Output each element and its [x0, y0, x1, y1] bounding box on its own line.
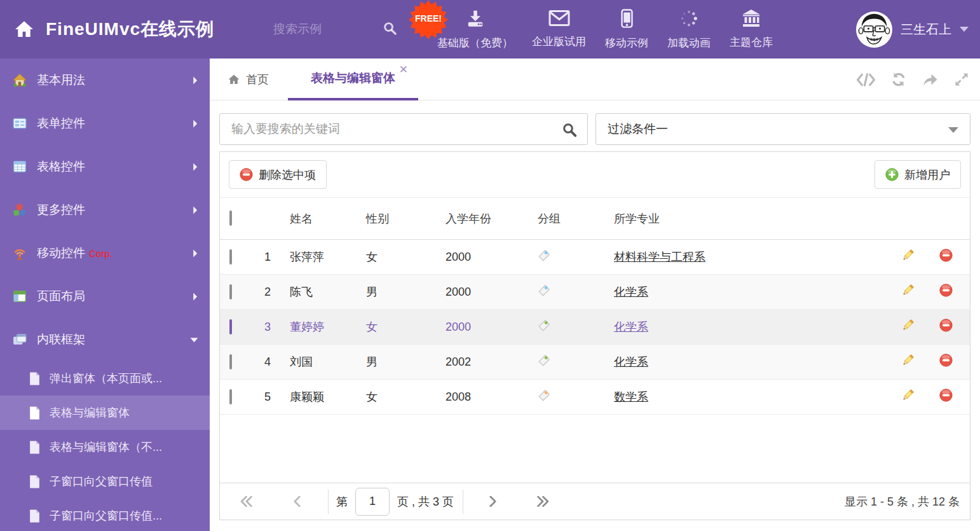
grid-toolbar: 删除选中项 新增用户	[220, 152, 970, 198]
sidebar-group-page-layout[interactable]: 页面布局	[0, 275, 210, 318]
tab-close-icon[interactable]: ✕	[399, 64, 408, 75]
sidebar-item-grid-edit-window[interactable]: 表格与编辑窗体	[0, 396, 210, 430]
gender-cell: 男	[357, 284, 436, 300]
row-checkbox[interactable]	[229, 389, 232, 404]
header-search-icon[interactable]	[383, 21, 397, 38]
row-checkbox[interactable]	[229, 354, 232, 369]
filter-select[interactable]: 过滤条件一	[595, 113, 970, 145]
chevron-right-icon	[193, 249, 198, 258]
share-icon[interactable]	[922, 72, 939, 89]
tab-home[interactable]: 首页	[228, 59, 269, 100]
delete-row-icon[interactable]	[939, 389, 953, 405]
nav-loading-animation[interactable]: 加载动画	[667, 9, 711, 50]
edit-icon[interactable]	[901, 319, 915, 335]
sidebar-item-child-to-parent[interactable]: 子窗口向父窗口传值	[0, 464, 210, 499]
add-user-button[interactable]: 新增用户	[875, 160, 961, 189]
page-number-input[interactable]	[355, 488, 390, 516]
row-checkbox[interactable]	[229, 284, 232, 300]
delete-row-icon[interactable]	[939, 249, 953, 265]
avatar	[856, 11, 892, 48]
delete-row-icon[interactable]	[939, 319, 953, 335]
row-checkbox[interactable]	[229, 249, 232, 265]
nav-mobile-demo[interactable]: 移动示例	[605, 9, 648, 50]
expand-icon[interactable]	[955, 72, 969, 89]
major-cell: 材料科学与工程系	[604, 249, 894, 265]
sidebar-group-iframe[interactable]: 内联框架	[0, 318, 210, 361]
sidebar-group-basic-usage[interactable]: 基本用法	[0, 59, 210, 102]
layout-icon	[13, 289, 27, 303]
file-icon	[29, 372, 40, 385]
edit-icon[interactable]	[901, 284, 915, 300]
nav-theme-repo[interactable]: 主题仓库	[730, 9, 773, 50]
delete-selected-button[interactable]: 删除选中项	[229, 160, 327, 189]
app-title: FineUIMvc在线示例	[46, 0, 214, 59]
tag-icon	[538, 284, 550, 297]
tab-grid-edit-window[interactable]: 表格与编辑窗体 ✕	[288, 59, 418, 100]
sidebar-item-label: 表格与编辑窗体（不...	[50, 439, 162, 455]
table-row[interactable]: 5康颖颖女2008数学系	[220, 380, 970, 415]
corp-badge: Corp.	[89, 248, 112, 259]
column-header-major: 所学专业	[604, 211, 894, 226]
major-link[interactable]: 材料科学与工程系	[614, 251, 705, 263]
home-tab-icon	[228, 73, 240, 86]
select-all-checkbox[interactable]	[229, 210, 232, 226]
major-link[interactable]: 化学系	[614, 286, 648, 298]
home-logo-icon[interactable]	[14, 19, 34, 42]
table-row[interactable]: 1张萍萍女2000材料科学与工程系	[220, 240, 970, 275]
edit-icon[interactable]	[901, 249, 915, 265]
major-link[interactable]: 数学系	[614, 390, 648, 403]
keyword-search-box	[219, 113, 588, 145]
year-cell: 2000	[436, 286, 528, 299]
file-icon	[29, 475, 40, 488]
tag-icon	[538, 249, 550, 262]
pager-separator	[328, 490, 329, 514]
delete-row-icon[interactable]	[939, 354, 953, 370]
next-page-button[interactable]	[482, 491, 504, 513]
major-link[interactable]: 化学系	[614, 321, 648, 333]
sidebar-group-more-controls[interactable]: 更多控件	[0, 188, 210, 231]
row-number-cell: 5	[255, 390, 280, 404]
minus-circle-icon	[240, 168, 253, 181]
first-page-button[interactable]	[235, 491, 257, 513]
sidebar-item-child-to-parent-2[interactable]: 子窗口向父窗口传值...	[0, 499, 210, 531]
sidebar-group-mobile-controls[interactable]: 移动控件Corp.	[0, 231, 210, 275]
nav-enterprise-trial[interactable]: 企业版试用	[532, 10, 586, 49]
user-menu[interactable]: 三生石上	[856, 0, 969, 59]
sidebar-group-grid-controls[interactable]: 表格控件	[0, 145, 210, 188]
grid-header-row: 姓名 性别 入学年份 分组 所学专业	[220, 198, 970, 240]
sidebar-item-popup-window[interactable]: 弹出窗体（本页面或...	[0, 361, 210, 396]
major-link[interactable]: 化学系	[614, 355, 648, 368]
row-checkbox[interactable]	[229, 319, 232, 334]
sidebar-item-grid-edit-window-2[interactable]: 表格与编辑窗体（不...	[0, 430, 210, 464]
last-page-button[interactable]	[532, 491, 554, 513]
tag-icon	[538, 389, 550, 402]
year-cell: 2000	[436, 251, 528, 264]
keyword-search-icon[interactable]	[562, 122, 577, 140]
table-row[interactable]: 4刘国男2002化学系	[220, 345, 970, 380]
table-row[interactable]: 3董婷婷女2000化学系	[220, 310, 970, 345]
delete-row-icon[interactable]	[939, 284, 953, 300]
user-name: 三生石上	[901, 21, 951, 38]
nav-basic-edition[interactable]: FREE! 基础版（免费）	[437, 9, 513, 50]
column-header-year: 入学年份	[436, 211, 528, 226]
edit-icon[interactable]	[901, 389, 915, 405]
app-header: FineUIMvc在线示例 FREE! 基础版（免费） 企业版试用	[0, 0, 980, 59]
header-search-input[interactable]	[273, 17, 378, 42]
header-nav: FREE! 基础版（免费） 企业版试用 移动示例	[437, 0, 773, 59]
column-header-group: 分组	[528, 211, 604, 226]
sidebar-group-label: 更多控件	[37, 202, 193, 218]
nav-label: 加载动画	[667, 36, 711, 50]
sidebar-group-form-controls[interactable]: 表单控件	[0, 102, 210, 145]
download-icon	[466, 9, 485, 31]
table-row[interactable]: 2陈飞男2000化学系	[220, 275, 970, 310]
grid-panel: 删除选中项 新增用户 姓名 性别 入学年份 分组 所学专业 1张萍萍女2000材…	[219, 151, 970, 520]
sidebar: 基本用法 表单控件 表格控件 更多控件	[0, 59, 210, 531]
edit-icon[interactable]	[901, 354, 915, 370]
refresh-icon[interactable]	[891, 72, 906, 90]
keyword-search-input[interactable]	[220, 114, 560, 144]
view-source-icon[interactable]	[857, 73, 875, 89]
main-area: 首页 表格与编辑窗体 ✕	[210, 59, 980, 531]
table-icon	[13, 160, 27, 174]
antenna-icon	[13, 246, 27, 260]
prev-page-button[interactable]	[286, 491, 308, 513]
